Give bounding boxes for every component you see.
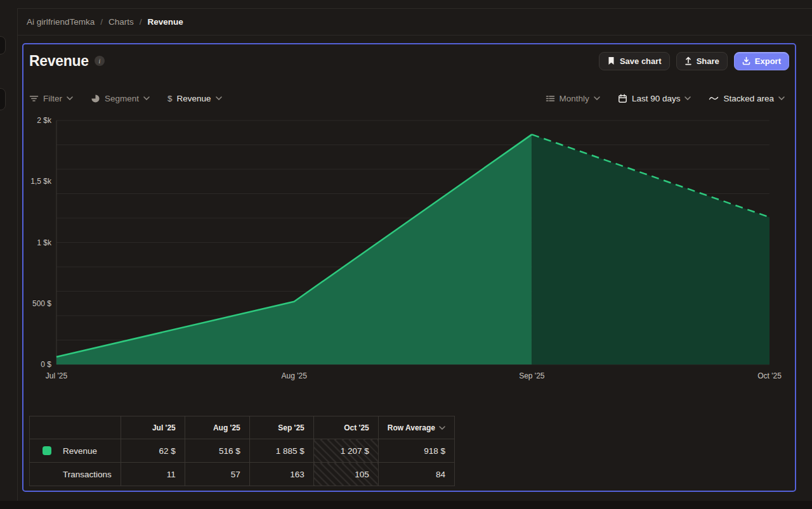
svg-text:Sep '25: Sep '25 <box>519 371 545 380</box>
table-col-header: Oct '25 <box>313 416 378 439</box>
summary-table: Jul '25Aug '25Sep '25Oct '25Row AverageR… <box>29 416 455 486</box>
table-col-header: Jul '25 <box>121 416 185 439</box>
save-chart-button[interactable]: Save chart <box>599 52 670 70</box>
table-value-cell: 1 885 $ <box>249 439 313 463</box>
breadcrumb-item-project[interactable]: Ai girlfriendTemka <box>27 17 95 27</box>
filter-icon <box>29 94 39 103</box>
svg-text:500 $: 500 $ <box>32 299 51 308</box>
toolbar-right-group: Monthly Last 90 days Stacked area <box>546 94 785 103</box>
svg-text:0 $: 0 $ <box>41 360 51 369</box>
export-icon <box>742 56 750 65</box>
table-value-cell: 516 $ <box>185 439 249 463</box>
info-icon[interactable]: i <box>95 56 105 66</box>
table-value-cell: 84 <box>378 463 454 486</box>
chart-type-dropdown[interactable]: Stacked area <box>709 94 785 103</box>
share-label: Share <box>697 56 719 66</box>
breadcrumb-item-charts[interactable]: Charts <box>108 17 134 27</box>
granularity-dropdown[interactable]: Monthly <box>546 94 600 103</box>
dollar-icon: $ <box>167 94 173 103</box>
revenue-area-chart[interactable]: 0 $500 $1 $k1,5 $k2 $kJul '25Aug '25Sep … <box>23 116 795 389</box>
date-range-label: Last 90 days <box>632 94 681 103</box>
chart-panel: Revenue i Save chart Share Export <box>22 43 796 492</box>
panel-actions: Save chart Share Export <box>599 52 789 70</box>
table-row: Transactions115716310584 <box>30 463 455 486</box>
breadcrumb-item-current: Revenue <box>148 17 183 27</box>
table-value-cell: 62 $ <box>121 439 185 463</box>
chevron-down-icon <box>216 96 222 100</box>
granularity-label: Monthly <box>560 94 589 103</box>
chevron-down-icon <box>684 96 691 100</box>
chevron-down-icon <box>143 96 150 100</box>
page-title: Revenue <box>29 53 89 70</box>
app-window: Ai girlfriendTemka / Charts / Revenue Re… <box>0 0 812 509</box>
chart-toolbar: Filter Segment $ Revenue Monthly <box>29 91 785 106</box>
window-bottom-edge <box>0 501 812 509</box>
granularity-rows-icon <box>546 94 555 103</box>
metric-dropdown[interactable]: $ Revenue <box>167 94 222 103</box>
svg-text:2 $k: 2 $k <box>37 116 52 125</box>
table-value-cell: 57 <box>185 463 249 486</box>
metric-label: Revenue <box>177 94 211 103</box>
chevron-down-icon <box>594 96 600 100</box>
breadcrumb-separator: / <box>140 17 142 27</box>
chevron-down-icon <box>67 96 73 100</box>
series-name-header <box>30 416 121 439</box>
sidebar-peek-item-bottom[interactable] <box>0 88 6 110</box>
segment-pie-icon <box>91 94 100 103</box>
table-header-row: Jul '25Aug '25Sep '25Oct '25Row Average <box>30 416 455 439</box>
filter-label: Filter <box>43 94 62 103</box>
series-name-cell: Revenue <box>30 439 121 463</box>
export-button[interactable]: Export <box>734 52 789 70</box>
segment-label: Segment <box>105 94 139 103</box>
filter-dropdown[interactable]: Filter <box>29 94 73 103</box>
row-average-header[interactable]: Row Average <box>378 416 454 439</box>
area-wave-icon <box>709 94 719 102</box>
svg-text:Jul '25: Jul '25 <box>46 371 68 380</box>
breadcrumb-separator: / <box>100 17 103 27</box>
svg-text:1 $k: 1 $k <box>37 238 52 247</box>
svg-text:1,5 $k: 1,5 $k <box>30 177 52 186</box>
segment-dropdown[interactable]: Segment <box>91 94 150 103</box>
bookmark-icon <box>607 56 615 65</box>
left-divider <box>17 8 18 501</box>
table-row: Revenue62 $516 $1 885 $1 207 $918 $ <box>30 439 455 463</box>
table-value-cell: 918 $ <box>378 439 454 463</box>
share-icon <box>684 56 692 65</box>
table-col-header: Sep '25 <box>249 416 313 439</box>
series-swatch <box>43 446 51 455</box>
table-col-header: Aug '25 <box>185 416 249 439</box>
svg-text:Oct '25: Oct '25 <box>757 371 782 380</box>
calendar-icon <box>618 94 627 103</box>
sidebar-peek-item-top[interactable] <box>0 36 6 55</box>
breadcrumb: Ai girlfriendTemka / Charts / Revenue <box>17 8 812 35</box>
table-value-cell: 1 207 $ <box>313 439 378 463</box>
table-value-cell: 105 <box>313 463 378 486</box>
export-label: Export <box>755 56 781 66</box>
toolbar-left-group: Filter Segment $ Revenue <box>29 94 222 103</box>
save-chart-label: Save chart <box>620 56 662 66</box>
series-name-cell: Transactions <box>30 463 121 486</box>
panel-header: Revenue i Save chart Share Export <box>29 51 789 70</box>
svg-text:Aug '25: Aug '25 <box>282 371 308 380</box>
table-value-cell: 11 <box>121 463 185 486</box>
table-value-cell: 163 <box>249 463 313 486</box>
chart-type-label: Stacked area <box>723 94 774 103</box>
chevron-down-icon <box>778 96 785 100</box>
share-button[interactable]: Share <box>676 52 728 70</box>
date-range-dropdown[interactable]: Last 90 days <box>618 94 691 103</box>
